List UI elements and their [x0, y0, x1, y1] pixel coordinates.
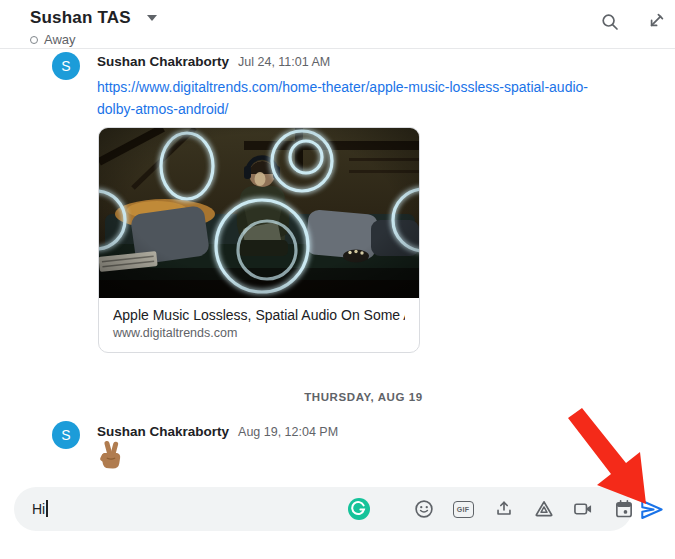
text-cursor [46, 500, 47, 517]
sender-name: Sushan Chakraborty [97, 54, 229, 69]
grammarly-icon [348, 498, 370, 520]
video-call-button[interactable] [571, 497, 595, 521]
sender-name: Sushan Chakraborty [97, 424, 229, 439]
grammarly-button[interactable] [348, 498, 370, 520]
message-header: Sushan Chakraborty Jul 24, 11:01 AM [97, 54, 330, 69]
video-camera-icon [572, 498, 594, 520]
away-status-icon [30, 36, 38, 44]
message-header: Sushan Chakraborty Aug 19, 12:04 PM [97, 424, 338, 439]
link-preview-domain: www.digitaltrends.com [113, 326, 405, 340]
link-preview-card[interactable]: Apple Music Lossless, Spatial Audio On S… [98, 127, 420, 353]
chat-header: Sushan TAS Away [0, 0, 675, 49]
link-line-2: dolby-atmos-android/ [97, 98, 612, 120]
conversation-title: Sushan TAS [30, 8, 131, 28]
avatar[interactable]: S [52, 52, 80, 80]
drive-icon [533, 498, 555, 520]
message-input[interactable]: Hi [32, 500, 48, 517]
presence-status: Away [30, 32, 76, 47]
avatar[interactable]: S [52, 421, 80, 449]
avatar-letter: S [61, 427, 70, 443]
send-button[interactable] [636, 494, 666, 524]
calendar-icon [613, 498, 635, 520]
search-button[interactable] [596, 8, 624, 36]
chevron-down-icon[interactable] [147, 15, 157, 21]
chat-window: Sushan TAS Away S Sushan Chakraborty Jul… [0, 0, 675, 559]
date-divider: THURSDAY, AUG 19 [52, 391, 675, 403]
search-icon [600, 12, 620, 32]
collapse-button[interactable] [641, 8, 669, 36]
collapse-icon [645, 12, 665, 32]
emoji-button[interactable] [412, 497, 436, 521]
send-icon [638, 496, 665, 523]
calendar-button[interactable] [612, 497, 636, 521]
link-line-1: https://www.digitaltrends.com/home-theat… [97, 76, 612, 98]
gif-icon: GIF [453, 501, 474, 518]
message-composer[interactable]: Hi GIF [14, 487, 632, 531]
victory-hand-emoji [97, 440, 127, 470]
avatar-letter: S [61, 58, 70, 74]
message-timestamp: Aug 19, 12:04 PM [238, 425, 338, 439]
upload-button[interactable] [492, 497, 516, 521]
link-preview-body: Apple Music Lossless, Spatial Audio On S… [99, 298, 419, 340]
drive-button[interactable] [532, 497, 556, 521]
upload-icon [493, 498, 515, 520]
gif-label: GIF [457, 506, 470, 513]
conversation-title-row[interactable]: Sushan TAS [30, 8, 157, 28]
link-preview-image [99, 128, 420, 298]
message-timestamp: Jul 24, 11:01 AM [238, 55, 330, 69]
emoji-icon [413, 498, 435, 520]
message-input-value: Hi [32, 501, 45, 517]
status-label: Away [44, 32, 76, 47]
message-link[interactable]: https://www.digitaltrends.com/home-theat… [97, 76, 612, 120]
gif-button[interactable]: GIF [451, 497, 475, 521]
link-preview-title: Apple Music Lossless, Spatial Audio On S… [113, 307, 405, 323]
